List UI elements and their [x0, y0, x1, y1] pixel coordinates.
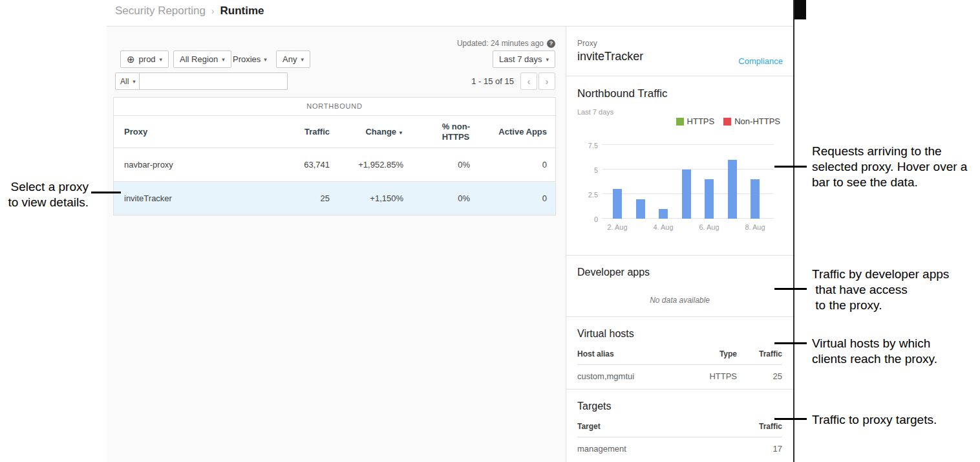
chart-bar-6-aug[interactable]	[705, 179, 714, 219]
targets-section: Targets Target Traffic management 17	[566, 390, 793, 462]
callout-line-text: Traffic to proxy targets.	[812, 412, 937, 428]
callout-line-text: to view details.	[0, 195, 89, 210]
chart-bar-8-aug[interactable]	[751, 179, 760, 219]
cell-traffic: 63,741	[265, 160, 330, 170]
chart-bar-5-aug[interactable]	[682, 170, 691, 219]
callout-line-text: Requests arriving to the	[812, 144, 967, 159]
column-header-proxy[interactable]: Proxy	[114, 127, 265, 137]
callout-pointer-line	[774, 342, 807, 344]
search-scope-dropdown[interactable]: All ▾	[115, 72, 141, 90]
chart-bar-7-aug[interactable]	[728, 160, 737, 219]
globe-icon: ⊕	[127, 54, 135, 64]
breadcrumb-separator-icon: ›	[211, 6, 215, 16]
proxies-dropdown-label: Proxies	[233, 54, 261, 64]
environment-dropdown[interactable]: ⊕ prod ▾	[120, 50, 169, 68]
region-dropdown[interactable]: All Region ▾	[173, 50, 231, 68]
detail-header-section: Proxy inviteTracker Compliance	[566, 27, 793, 76]
chart-legend: HTTPS Non-HTTPS	[676, 116, 780, 126]
breadcrumb-parent[interactable]: Security Reporting	[115, 5, 206, 17]
column-header-non-https[interactable]: % non- HTTPS	[403, 122, 470, 142]
legend-item-non-https: Non-HTTPS	[723, 116, 780, 126]
chart-x-tick-label: 2. Aug	[607, 223, 627, 231]
callout-select-proxy: Select a proxy to view details.	[0, 179, 89, 210]
northbound-traffic-title: Northbound Traffic	[577, 87, 782, 100]
callout-line-text: bar to see the data.	[812, 175, 967, 190]
developer-apps-empty-state: No data available	[577, 296, 782, 305]
non-https-legend-swatch-icon	[723, 118, 731, 126]
updated-label: Updated: 24 minutes ago	[457, 39, 544, 48]
callout-line-text: clients reach the proxy.	[812, 351, 937, 367]
date-range-dropdown[interactable]: Last 7 days ▾	[493, 50, 555, 68]
column-header-host-alias: Host alias	[577, 349, 685, 358]
column-header-non-https-label: % non- HTTPS	[442, 122, 470, 142]
chevron-down-icon: ▾	[160, 56, 163, 63]
chevron-down-icon: ▾	[546, 56, 549, 63]
northbound-traffic-subtitle: Last 7 days	[577, 108, 782, 116]
help-icon[interactable]: ?	[547, 39, 555, 48]
callout-pointer-line	[774, 288, 807, 290]
previous-page-button[interactable]: ‹	[520, 72, 537, 90]
table-row-navbar-proxy[interactable]: navbar-proxy 63,741 +1,952.85% 0% 0	[114, 148, 555, 182]
main-panel: Updated: 24 minutes ago ? ⊕ prod ▾ All R…	[107, 27, 566, 462]
cell-non-https: 0%	[403, 193, 470, 203]
target-row: management 17	[577, 437, 782, 454]
sort-desc-icon: ▼	[398, 130, 403, 136]
callout-line-text: Virtual hosts by which	[812, 336, 937, 351]
cell-type: HTTPS	[685, 371, 737, 381]
cell-traffic: 25	[737, 371, 782, 381]
pagination: 1 - 15 of 15 ‹ ›	[471, 72, 555, 90]
screen: Security Reporting › Runtime Updated: 24…	[0, 0, 980, 462]
cell-proxy-name: navbar-proxy	[114, 160, 265, 170]
chevron-down-icon: ▾	[222, 56, 225, 63]
cell-change: +1,150%	[330, 193, 403, 203]
callout-line-text: that have access	[812, 282, 949, 298]
virtual-host-row: custom,mgmtui HTTPS 25	[577, 365, 782, 381]
screenshot-edge-artifact	[794, 0, 806, 19]
virtual-hosts-header-row: Host alias Type Traffic	[577, 349, 782, 365]
https-legend-label: HTTPS	[687, 116, 715, 126]
chart-x-tick-label: 8. Aug	[745, 223, 765, 231]
any-filter-dropdown[interactable]: Any ▾	[276, 50, 310, 68]
column-header-change[interactable]: Change▼	[330, 127, 403, 137]
chart-y-tick-label: 2.5	[579, 191, 598, 199]
chart-bar-2-aug[interactable]	[613, 189, 622, 219]
cell-traffic: 17	[737, 444, 782, 454]
virtual-hosts-section: Virtual hosts Host alias Type Traffic cu…	[566, 317, 793, 390]
table-header-row: Proxy Traffic Change▼ % non- HTTPS Activ…	[114, 116, 555, 148]
cell-non-https: 0%	[403, 160, 470, 170]
proxy-label: Proxy	[577, 39, 782, 48]
table-row-invitetracker-selected[interactable]: inviteTracker 25 +1,150% 0% 0	[114, 182, 555, 215]
northbound-chart-plot: 02.557.52. Aug4. Aug6. Aug8. Aug	[602, 145, 774, 219]
chart-y-tick-label: 7.5	[579, 142, 598, 149]
virtual-hosts-title: Virtual hosts	[577, 328, 782, 340]
chart-y-tick-label: 0	[579, 215, 598, 223]
callout-line-text: Traffic by developer apps	[812, 267, 949, 282]
callout-pointer-line	[774, 418, 807, 420]
proxy-detail-panel: Proxy inviteTracker Compliance Northboun…	[566, 27, 793, 462]
chart-bar-3-aug[interactable]	[636, 199, 645, 219]
pagination-range-label: 1 - 15 of 15	[471, 76, 514, 86]
column-header-traffic[interactable]: Traffic	[265, 127, 330, 137]
compliance-link[interactable]: Compliance	[738, 56, 783, 66]
targets-title: Targets	[577, 401, 782, 412]
region-dropdown-label: All Region	[180, 54, 218, 64]
search-input[interactable]	[139, 72, 288, 90]
callout-pointer-line	[774, 166, 807, 168]
next-page-button[interactable]: ›	[538, 72, 555, 90]
callout-line-text: to the proxy.	[812, 298, 949, 313]
environment-dropdown-label: prod	[139, 54, 156, 64]
callout-line-text: Select a proxy	[0, 179, 89, 195]
chart-y-tick-label: 5	[579, 166, 598, 174]
cell-traffic: 25	[265, 193, 330, 203]
cell-target: management	[577, 444, 737, 454]
chevron-down-icon: ▾	[133, 78, 136, 85]
chart-bar-4-aug[interactable]	[659, 209, 668, 219]
column-header-traffic: Traffic	[737, 422, 782, 431]
date-range-label: Last 7 days	[499, 54, 542, 64]
proxy-table: NORTHBOUND Proxy Traffic Change▼ % non- …	[113, 97, 556, 215]
chevron-down-icon: ▾	[301, 56, 304, 63]
chevron-down-icon: ▾	[264, 56, 267, 63]
column-header-active-apps[interactable]: Active Apps	[470, 127, 555, 137]
proxies-dropdown[interactable]: Proxies ▾	[233, 50, 267, 68]
targets-header-row: Target Traffic	[577, 422, 782, 437]
